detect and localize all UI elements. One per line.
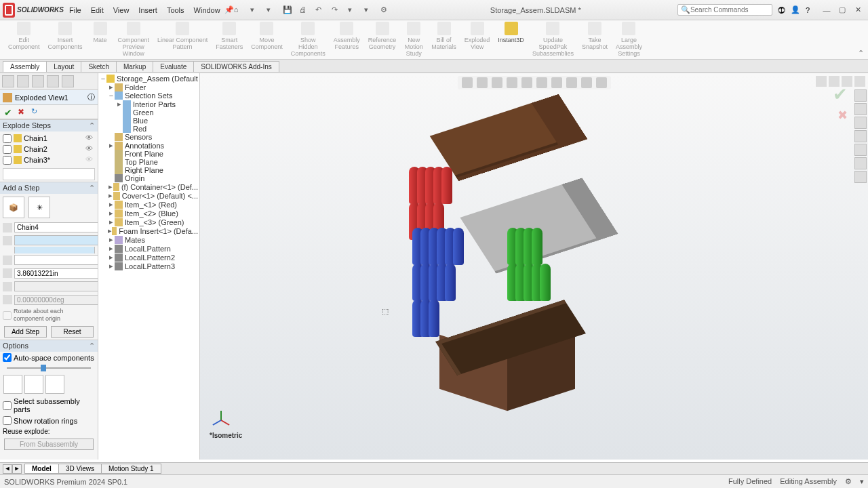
redo-icon[interactable]: ↷ xyxy=(332,5,341,15)
tree-item[interactable]: ▸LocalLPattern3 xyxy=(98,262,199,270)
feature-tree-tab-icon[interactable] xyxy=(2,75,14,87)
ribbon-show[interactable]: Show Hidden Components xyxy=(287,22,330,58)
angle-input[interactable] xyxy=(14,295,98,305)
menu-edit[interactable]: Edit xyxy=(91,6,104,14)
new-icon[interactable]: ▾ xyxy=(250,5,260,15)
tree-item[interactable]: ▸(f) Container<1> (Def... xyxy=(98,182,199,191)
tree-item[interactable]: Top Plane xyxy=(98,158,199,166)
vp-min-icon[interactable] xyxy=(816,76,827,87)
graphics-viewport[interactable]: ✔ ✖ xyxy=(200,73,868,460)
view-triad[interactable] xyxy=(211,405,231,426)
tab-prev-icon[interactable]: ◄ xyxy=(3,464,12,474)
hide-show-icon[interactable] xyxy=(551,77,562,88)
tree-item[interactable]: Green xyxy=(98,108,199,117)
tree-item[interactable]: ▸Annotations xyxy=(98,141,199,150)
menu-window[interactable]: Window xyxy=(194,6,220,14)
ribbon-assembly[interactable]: Assembly Features xyxy=(330,22,364,58)
task-pane-view-icon[interactable] xyxy=(854,130,867,142)
prev-view-icon[interactable] xyxy=(492,77,502,88)
tree-item[interactable]: ▸LocalLPattern2 xyxy=(98,253,199,262)
tree-item[interactable]: ▸Foam Insert<1> (Defa... xyxy=(98,226,199,235)
section-add-step[interactable]: Add a Step⌃ xyxy=(0,182,98,194)
ribbon-component[interactable]: Component Preview Window xyxy=(114,22,154,58)
menu-insert[interactable]: Insert xyxy=(138,6,157,14)
ribbon-insert[interactable]: Insert Components xyxy=(44,22,87,58)
tree-item[interactable]: Front Plane xyxy=(98,150,199,158)
ribbon-large[interactable]: Large Assembly Settings xyxy=(612,22,646,58)
rebuild-icon[interactable]: ▾ xyxy=(364,5,374,15)
task-pane-explorer-icon[interactable] xyxy=(854,117,867,129)
regular-step-icon[interactable]: 📦 xyxy=(3,197,24,218)
components-input[interactable] xyxy=(14,235,98,245)
rotate-origin-checkbox[interactable] xyxy=(3,311,12,320)
section-explode-steps[interactable]: Explode Steps⌃ xyxy=(0,119,98,131)
radial-step-icon[interactable]: ✳ xyxy=(28,197,50,218)
tab-next-icon[interactable]: ► xyxy=(12,464,22,474)
zoom-area-icon[interactable] xyxy=(477,77,488,88)
pin-icon[interactable]: 📌 xyxy=(224,5,234,14)
login-icon[interactable]: 👤 xyxy=(791,5,800,14)
spacing-slider[interactable] xyxy=(0,363,98,373)
tree-item[interactable]: Origin xyxy=(98,174,199,182)
tab-solidworks-add-ins[interactable]: SOLIDWORKS Add-Ins xyxy=(193,61,279,72)
axis-input[interactable] xyxy=(14,281,98,291)
bbox-option-icon[interactable] xyxy=(3,375,22,394)
add-step-button[interactable]: Add Step xyxy=(4,326,47,338)
tab-sketch[interactable]: Sketch xyxy=(81,61,117,72)
help-icon[interactable]: ? xyxy=(806,6,810,14)
ribbon-new[interactable]: New Motion Study xyxy=(400,22,427,58)
minimize-icon[interactable]: — xyxy=(819,4,834,16)
config-tab-icon[interactable] xyxy=(32,75,44,87)
undo-icon[interactable]: ↶ xyxy=(315,5,325,15)
bbox-gap-option-icon[interactable] xyxy=(45,375,64,394)
tree-item[interactable]: ▸Item_<3> (Green) xyxy=(98,218,199,226)
show-rings-checkbox[interactable] xyxy=(3,416,12,425)
tree-item[interactable]: Right Plane xyxy=(98,166,199,174)
tree-item[interactable]: ▸Cover<1> (Default) <... xyxy=(98,191,199,200)
ribbon-bill-of[interactable]: Bill of Materials xyxy=(427,22,460,58)
ribbon-update[interactable]: Update SpeedPak Subassemblies xyxy=(528,22,578,58)
notifications-icon[interactable]: ⓵ xyxy=(778,6,785,14)
ribbon-smart[interactable]: Smart Fasteners xyxy=(212,22,247,58)
preview-icon[interactable]: ↻ xyxy=(31,107,41,117)
tree-item[interactable]: −Storage_Assem (Default xyxy=(98,75,199,83)
close-icon[interactable]: ✕ xyxy=(850,4,865,16)
tree-item[interactable]: ▸Folder xyxy=(98,83,199,92)
step-name-input[interactable] xyxy=(14,222,98,232)
ribbon-edit[interactable]: Edit Component xyxy=(4,22,44,58)
tree-item[interactable]: ▸Interior Parts xyxy=(98,100,199,108)
cancel-icon[interactable]: ✖ xyxy=(18,107,27,117)
tree-item[interactable]: ▸LocalLPattern xyxy=(98,244,199,253)
menu-file[interactable]: File xyxy=(69,6,81,14)
search-input[interactable] xyxy=(690,6,769,14)
tree-item[interactable]: Sensors xyxy=(98,133,199,141)
task-pane-appear-icon[interactable] xyxy=(854,144,867,156)
bottom-tab-3d-views[interactable]: 3D Views xyxy=(58,464,102,474)
tab-layout[interactable]: Layout xyxy=(46,61,81,72)
collapse-ribbon-icon[interactable]: ⌃ xyxy=(858,49,864,58)
ribbon-instant3d[interactable]: Instant3D xyxy=(494,22,528,58)
maximize-icon[interactable]: ▢ xyxy=(835,4,850,16)
status-custom-icon[interactable]: ▾ xyxy=(860,477,864,486)
tree-item[interactable]: ▸Mates xyxy=(98,235,199,244)
search-box[interactable]: 🔍 xyxy=(677,4,772,16)
green-items[interactable] xyxy=(509,229,549,301)
pm-tab-icon[interactable] xyxy=(17,75,29,87)
ribbon-take[interactable]: Take Snapshot xyxy=(578,22,612,58)
bottom-tab-motion-study-1[interactable]: Motion Study 1 xyxy=(101,464,161,474)
display-tab-icon[interactable] xyxy=(47,75,59,87)
select-sub-checkbox[interactable] xyxy=(3,401,12,410)
task-pane-lib-icon[interactable] xyxy=(854,103,867,115)
options-icon[interactable]: ⚙ xyxy=(380,5,390,15)
refresh-tab-icon[interactable] xyxy=(62,75,74,87)
step-item[interactable]: Chain2👁 xyxy=(1,144,96,155)
vp-close-icon[interactable] xyxy=(854,76,865,87)
tab-evaluate[interactable]: Evaluate xyxy=(153,61,194,72)
direction-input[interactable] xyxy=(14,255,98,265)
task-pane-prop-icon[interactable] xyxy=(854,157,867,169)
distance-input[interactable] xyxy=(14,268,98,279)
home-icon[interactable]: ⌂ xyxy=(234,5,243,15)
print-icon[interactable]: 🖨 xyxy=(299,5,309,15)
container-geometry[interactable] xyxy=(441,317,576,405)
menu-tools[interactable]: Tools xyxy=(167,6,184,14)
